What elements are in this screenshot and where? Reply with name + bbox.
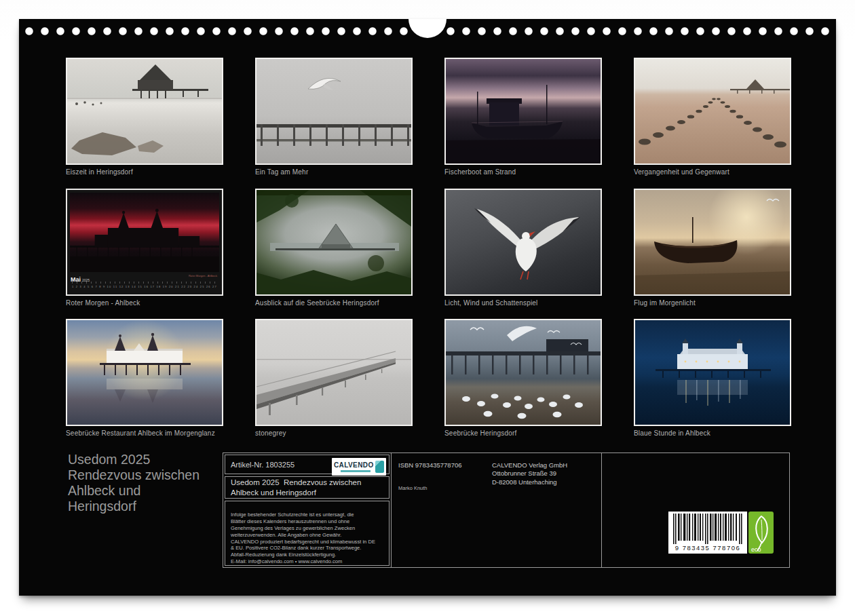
title-line: Ahlbeck und <box>68 483 200 499</box>
back-cover-title: Usedom 2025 Rendezvous zwischen Ahlbeck … <box>68 452 200 514</box>
red-sunset-pier-illustration <box>70 193 219 272</box>
pier-through-foliage-illustration <box>256 190 411 294</box>
month-photo <box>255 58 413 165</box>
month-caption: Seebrücke Restaurant Ahlbeck im Morgengl… <box>66 429 223 437</box>
calvendo-logo-text: CALVENDO <box>334 462 374 469</box>
month-photo <box>70 193 219 272</box>
month-photo <box>444 58 602 165</box>
fishing-boat-illustration <box>446 59 601 163</box>
long-exposure-pier-illustration <box>256 320 411 425</box>
barcode-group: 9 783435 778706 eco <box>668 512 774 554</box>
ean-barcode: 9 783435 778706 <box>668 512 747 554</box>
publisher-line: Ottobrunner Straße 39 <box>492 469 567 478</box>
seagull-flight-illustration <box>446 190 601 294</box>
calendar-back-cover: Eiszeit in Heringsdorf <box>0 0 855 616</box>
product-title-box: Usedom 2025 Rendezvous zwischen Ahlbeck … <box>225 476 390 499</box>
barcode-digits: 9 783435 778706 <box>675 544 740 552</box>
month-caption: Ausblick auf die Seebrücke Heringsdorf <box>255 299 413 307</box>
month-photo <box>444 189 602 296</box>
may-date-strip: Mai2025 Roter Morgen - Ahlbeck 1 2 3 4 5… <box>71 272 218 292</box>
publisher-line: CALVENDO Verlag GmbH <box>492 461 567 469</box>
month-thumbnail: Ein Tag am Mehr <box>255 58 413 189</box>
info-box-middle-column: ISBN 9783435778706 Marko Knuth CALVENDO … <box>392 453 602 567</box>
month-thumbnail: Blaue Stunde in Ahlbeck <box>634 319 791 450</box>
calendar-flip-icon <box>375 461 384 473</box>
month-photo <box>66 319 223 426</box>
barcode-bars <box>672 514 743 544</box>
title-line: Usedom 2025 <box>68 452 200 467</box>
info-box-left-column: Artikel-Nr. 1803255 CALVENDO Usedom 2025… <box>223 453 392 567</box>
month-photo <box>66 58 223 165</box>
month-photo <box>634 319 791 426</box>
may-calendar-page: Mai2025 Roter Morgen - Ahlbeck 1 2 3 4 5… <box>66 189 223 296</box>
publisher-line: D-82008 Unterhaching <box>492 478 567 486</box>
title-line: Rendezvous zwischen <box>68 467 200 483</box>
publisher-address: CALVENDO Verlag GmbH Ottobrunner Straße … <box>492 461 567 486</box>
beached-boat-sunrise-illustration <box>635 190 790 294</box>
month-photo <box>634 58 791 165</box>
info-box: Artikel-Nr. 1803255 CALVENDO Usedom 2025… <box>223 453 790 568</box>
month-thumbnail-grid: Eiszeit in Heringsdorf <box>66 58 791 450</box>
eco-logo: eco <box>748 512 774 554</box>
calendar-page: Eiszeit in Heringsdorf <box>19 19 836 596</box>
month-thumbnail: stonegrey <box>255 319 413 450</box>
month-caption: Roter Morgen - Ahlbeck <box>66 299 223 307</box>
legal-text: Infolge bestehender Schutzrechte ist es … <box>231 512 375 564</box>
month-caption: Flug im Morgenlicht <box>634 299 791 307</box>
month-caption: Ein Tag am Mehr <box>255 168 413 176</box>
may-photo-credit: Roter Morgen - Ahlbeck <box>189 274 217 277</box>
calvendo-tagline-mark <box>341 470 370 472</box>
article-number-box: Artikel-Nr. 1803255 CALVENDO <box>225 455 390 474</box>
blue-hour-pier-illustration <box>635 320 790 425</box>
month-caption: stonegrey <box>255 429 413 437</box>
month-caption: Fischerboot am Strand <box>444 168 602 176</box>
month-thumbnail: Vergangenheit und Gegenwart <box>634 58 791 189</box>
month-photo <box>255 319 413 426</box>
month-thumbnail: Seebrücke Heringsdorf <box>444 319 602 450</box>
month-caption: Eiszeit in Heringsdorf <box>66 168 223 176</box>
legal-text-box: Infolge bestehender Schutzrechte ist es … <box>225 501 390 566</box>
calvendo-logo: CALVENDO <box>332 458 386 476</box>
title-line: Heringsdorf <box>68 499 200 514</box>
pier-winter-illustration <box>67 59 222 163</box>
month-photo <box>444 319 602 426</box>
month-photo <box>634 189 791 296</box>
month-photo <box>255 189 413 296</box>
month-thumbnail: Flug im Morgenlicht <box>634 189 791 320</box>
month-thumbnail: Seebrücke Restaurant Ahlbeck im Morgengl… <box>66 319 223 450</box>
month-caption: Seebrücke Heringsdorf <box>444 429 602 437</box>
may-day-numbers: 1 2 3 4 5 6 7 8 9 10 11 12 13 14 15 16 1… <box>72 285 217 288</box>
month-caption: Blaue Stunde in Ahlbeck <box>634 429 791 437</box>
month-thumbnail: Fischerboot am Strand <box>444 58 602 189</box>
seagull-railing-illustration <box>256 59 411 163</box>
eco-label: eco <box>751 546 761 553</box>
gulls-on-beach-illustration <box>446 320 601 425</box>
month-thumbnail: Ausblick auf die Seebrücke Heringsdorf <box>255 189 413 320</box>
month-caption: Vergangenheit und Gegenwart <box>634 168 791 176</box>
month-caption: Licht, Wind und Schattenspiel <box>444 299 602 307</box>
article-number: Artikel-Nr. 1803255 <box>231 461 294 469</box>
info-box-right-column: 9 783435 778706 eco <box>602 453 789 567</box>
groynes-beach-illustration <box>635 59 790 163</box>
ahlbeck-pier-sunrise-illustration <box>67 320 222 425</box>
month-thumbnail: Licht, Wind und Schattenspiel <box>444 189 602 320</box>
month-thumbnail: Mai2025 Roter Morgen - Ahlbeck 1 2 3 4 5… <box>66 189 223 320</box>
weekday-ticks <box>72 282 217 284</box>
month-thumbnail: Eiszeit in Heringsdorf <box>66 58 223 189</box>
product-title: Usedom 2025 Rendezvous zwischen Ahlbeck … <box>231 478 361 497</box>
